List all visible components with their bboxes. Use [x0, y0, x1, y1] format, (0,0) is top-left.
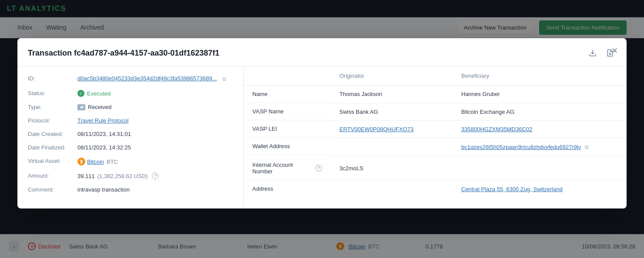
comment-field-row: Comment: intravasp transaction [28, 186, 233, 193]
table-cell-field: VASP Name [244, 103, 331, 120]
status-executed-icon: ✓ [77, 90, 84, 97]
virtual-asset-field-row: Virtual Asset: ₿ Bitcoin BTC [28, 158, 233, 165]
table-row: AddressCentral Plaza 55, 6300 Zug, Switz… [244, 180, 627, 198]
id-value[interactable]: d0ac5b3480e045233d3e354d2df49c3fa5398657… [77, 75, 217, 82]
col-header-field [244, 66, 331, 86]
table-row: NameThomas JacksonHannes Gruber [244, 86, 627, 103]
id-label: ID: [28, 75, 76, 82]
date-finalized-field-row: Date Finalized: 08/11/2023, 14:32:25 [28, 144, 233, 151]
col-header-originator: Originator [331, 66, 453, 86]
modal-left-panel: ID: d0ac5b3480e045233d3e354d2df49c3fa539… [17, 66, 244, 208]
wallet-address-copy-icon[interactable]: ⧉ [583, 143, 590, 151]
date-created-value: 08/11/2023, 14:31:01 [77, 131, 131, 137]
table-cell-originator[interactable]: ERTV00EW0P08QHUFXO73 [331, 120, 453, 138]
id-field-row: ID: d0ac5b3480e045233d3e354d2df49c3fa539… [28, 75, 233, 83]
bitcoin-ticker: BTC [107, 159, 118, 165]
virtual-asset-value: ₿ Bitcoin BTC [77, 158, 118, 165]
amount-info-icon[interactable]: ? [152, 172, 159, 179]
received-icon: 📨 [77, 104, 85, 110]
protocol-field-row: Protocol: Travel Rule Protocol [28, 117, 233, 124]
col-header-beneficiary: Beneficiary [453, 66, 627, 86]
amount-label: Amount: [28, 172, 76, 179]
table-cell-beneficiary [453, 156, 627, 180]
table-cell-beneficiary[interactable]: bc1qzes26t5h05zpaan9rjcu8zhdvyfedu6927r9… [453, 138, 627, 156]
modal-title: Transaction fc4ad787-a944-4157-aa30-01df… [28, 49, 581, 58]
table-cell-field: Address [244, 180, 331, 197]
amount-value-group: 39.111 (1,382,258.62 USD) ? [77, 172, 159, 179]
type-field-row: Type: 📨 Received [28, 104, 233, 110]
table-cell-beneficiary: Hannes Gruber [453, 86, 627, 103]
table-row: VASP LEIERTV00EW0P08QHUFXO73335800HGZXM3… [244, 120, 627, 138]
table-header-row: Originator Beneficiary [244, 66, 627, 86]
comment-label: Comment: [28, 186, 76, 193]
table-cell-field: VASP LEI [244, 120, 331, 138]
table-row: Internal Account Number?3c2moLS [244, 156, 627, 180]
virtual-asset-label: Virtual Asset: [28, 158, 76, 164]
table-cell-beneficiary: Bitcoin Exchange AG [453, 103, 627, 120]
amount-usd: (1,382,258.62 USD) [97, 173, 148, 179]
table-cell-originator [331, 138, 453, 156]
protocol-value[interactable]: Travel Rule Protocol [77, 117, 128, 124]
table-cell-originator: Thomas Jackson [331, 86, 453, 103]
amount-value: 39.111 [77, 173, 95, 179]
internal-account-info-icon[interactable]: ? [315, 165, 322, 172]
table-row: VASP NameSwiss Bank AGBitcoin Exchange A… [244, 103, 627, 120]
modal-right-panel: Originator Beneficiary NameThomas Jackso… [244, 66, 627, 208]
status-field-row: Status: ✓ Executed [28, 90, 233, 97]
type-label: Type: [28, 104, 76, 110]
date-finalized-label: Date Finalized: [28, 144, 76, 151]
modal-overlay: Transaction fc4ad787-a944-4157-aa30-01df… [0, 0, 644, 258]
protocol-label: Protocol: [28, 117, 76, 124]
status-value: ✓ Executed [77, 90, 111, 97]
amount-field-row: Amount: 39.111 (1,382,258.62 USD) ? [28, 172, 233, 179]
modal-body: ID: d0ac5b3480e045233d3e354d2df49c3fa539… [17, 66, 627, 208]
table-cell-originator: Swiss Bank AG [331, 103, 453, 120]
type-value: 📨 Received [77, 104, 111, 110]
table-cell-beneficiary[interactable]: 335800HGZXM35MD36C02 [453, 120, 627, 138]
id-copy-icon[interactable]: ⧉ [220, 75, 228, 83]
date-created-field-row: Date Created: 08/11/2023, 14:31:01 [28, 131, 233, 137]
date-created-label: Date Created: [28, 131, 76, 137]
export-icon[interactable] [587, 47, 599, 59]
table-cell-beneficiary[interactable]: Central Plaza 55, 6300 Zug, Switzerland [453, 180, 627, 198]
bitcoin-coin-icon: ₿ [77, 158, 85, 165]
status-label: Status: [28, 90, 76, 96]
date-finalized-value: 08/11/2023, 14:32:25 [77, 144, 131, 151]
table-cell-field: Wallet Address [244, 138, 331, 155]
modal-header: Transaction fc4ad787-a944-4157-aa30-01df… [17, 38, 627, 66]
bitcoin-name[interactable]: Bitcoin [87, 159, 104, 165]
table-cell-originator: 3c2moLS [331, 156, 453, 180]
table-cell-field: Name [244, 86, 331, 103]
comment-value: intravasp transaction [77, 186, 130, 193]
transaction-modal: Transaction fc4ad787-a944-4157-aa30-01df… [17, 38, 627, 208]
originator-beneficiary-table: Originator Beneficiary NameThomas Jackso… [244, 66, 627, 198]
modal-close-button[interactable]: ✕ [611, 46, 618, 56]
table-cell-field: Internal Account Number? [244, 156, 331, 180]
table-cell-originator [331, 180, 453, 198]
table-row: Wallet Addressbc1qzes26t5h05zpaan9rjcu8z… [244, 138, 627, 156]
